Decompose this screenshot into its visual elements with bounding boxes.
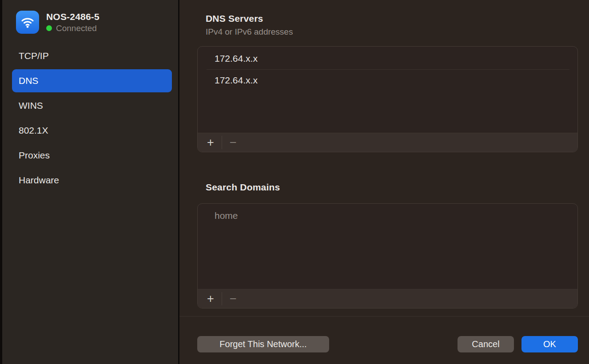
search-domains-rows: home bbox=[198, 204, 577, 226]
forget-network-button[interactable]: Forget This Network... bbox=[197, 336, 329, 352]
search-domains-toolbar: + − bbox=[198, 289, 577, 308]
sidebar-nav: TCP/IP DNS WINS 802.1X Proxies Hardware bbox=[12, 44, 172, 194]
toolbar-separator bbox=[222, 136, 222, 149]
cancel-button[interactable]: Cancel bbox=[458, 336, 514, 352]
search-domains-list: home + − bbox=[197, 203, 578, 309]
network-status: Connected bbox=[46, 24, 99, 33]
add-dns-server-button[interactable]: + bbox=[203, 135, 218, 150]
network-meta: NOS-2486-5 Connected bbox=[46, 12, 99, 33]
sidebar-item-hardware[interactable]: Hardware bbox=[12, 169, 172, 192]
network-settings-window: NOS-2486-5 Connected TCP/IP DNS WINS 802… bbox=[0, 0, 589, 364]
wifi-icon bbox=[16, 11, 39, 34]
sidebar-item-proxies[interactable]: Proxies bbox=[12, 144, 172, 167]
dns-servers-rows: 172.64.x.x 172.64.x.x bbox=[198, 47, 577, 91]
dns-servers-list: 172.64.x.x 172.64.x.x + − bbox=[197, 46, 578, 152]
footer-bar: Forget This Network... Cancel OK bbox=[179, 336, 589, 353]
sidebar-item-tcpip[interactable]: TCP/IP bbox=[12, 44, 172, 67]
add-search-domain-button[interactable]: + bbox=[203, 291, 218, 306]
ok-button[interactable]: OK bbox=[521, 336, 578, 352]
dns-panel: DNS Servers IPv4 or IPv6 addresses 172.6… bbox=[179, 0, 589, 364]
remove-search-domain-button[interactable]: − bbox=[226, 291, 241, 306]
sidebar-item-dns[interactable]: DNS bbox=[12, 69, 172, 92]
network-name: NOS-2486-5 bbox=[46, 12, 99, 22]
remove-dns-server-button[interactable]: − bbox=[226, 135, 241, 150]
sidebar-item-8021x[interactable]: 802.1X bbox=[12, 119, 172, 142]
dns-servers-subtitle: IPv4 or IPv6 addresses bbox=[206, 27, 293, 37]
dns-server-entry[interactable]: 172.64.x.x bbox=[198, 48, 577, 69]
toolbar-separator bbox=[222, 292, 222, 305]
dns-servers-title: DNS Servers bbox=[206, 13, 263, 24]
dns-server-entry[interactable]: 172.64.x.x bbox=[198, 70, 577, 91]
footer-divider bbox=[179, 316, 589, 317]
search-domains-title: Search Domains bbox=[206, 182, 280, 193]
sidebar: NOS-2486-5 Connected TCP/IP DNS WINS 802… bbox=[2, 0, 178, 364]
sidebar-item-wins[interactable]: WINS bbox=[12, 94, 172, 117]
status-text: Connected bbox=[56, 24, 97, 33]
search-domain-entry[interactable]: home bbox=[198, 205, 577, 226]
connected-dot-icon bbox=[46, 25, 52, 31]
dns-servers-toolbar: + − bbox=[198, 133, 577, 152]
network-header: NOS-2486-5 Connected bbox=[2, 0, 178, 34]
